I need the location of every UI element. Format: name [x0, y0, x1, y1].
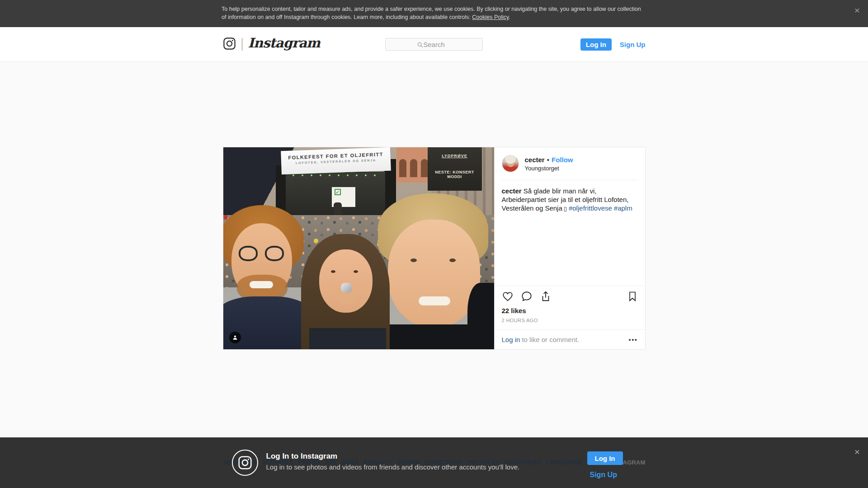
- photo-stage-sign-check: ✓: [335, 189, 341, 195]
- cookie-banner: To help personalize content, tailor and …: [0, 0, 868, 27]
- hashtag-link[interactable]: #aplm: [614, 204, 632, 212]
- post-caption: cecterSå glade blir man når vi, Arbeider…: [495, 180, 645, 219]
- search-input[interactable]: [386, 38, 482, 50]
- post-header: cecter • Follow Youngstorget: [495, 147, 645, 180]
- username-link[interactable]: cecter: [525, 156, 545, 164]
- top-nav: Instagram Log In Sign Up: [0, 27, 868, 62]
- bookmark-icon[interactable]: [627, 291, 638, 304]
- logo-divider: [242, 38, 242, 51]
- comment-prompt-text: to like or comment.: [522, 336, 579, 343]
- photo-man-right-eye: [410, 258, 417, 262]
- comment-icon[interactable]: [521, 291, 533, 304]
- login-banner-title: Log In to Instagram: [266, 452, 338, 461]
- avatar[interactable]: [502, 155, 519, 172]
- photo-man-left-smile: [250, 281, 273, 288]
- photo-man-right-smile: [419, 296, 450, 305]
- login-banner-subtitle: Log in to see photos and videos from fri…: [266, 463, 520, 471]
- photo-man-right-eye: [449, 258, 456, 262]
- instagram-circle-logo-icon: [232, 450, 258, 476]
- signup-link[interactable]: Sign Up: [620, 41, 646, 48]
- login-banner: ABOUT US SUPPORT PRESS API JOBS PRIVACY …: [0, 437, 868, 488]
- photo-woman-foil: [341, 283, 352, 293]
- photo-woman-eye: [354, 270, 358, 273]
- dot-separator: •: [547, 156, 549, 164]
- photo-stage-lights: [289, 174, 382, 177]
- share-icon[interactable]: [540, 291, 552, 304]
- photo-man-right-face: [388, 220, 480, 327]
- photo-man-left-glasses: [239, 246, 258, 261]
- caption-username-link[interactable]: cecter: [502, 187, 522, 195]
- search-field[interactable]: [385, 38, 483, 51]
- photo-arch: [421, 159, 428, 177]
- action-bar: [495, 286, 645, 305]
- photo-man-left-glasses: [265, 246, 284, 261]
- cookie-text-period: .: [509, 14, 510, 20]
- like-icon[interactable]: [502, 291, 514, 304]
- banner-signup-link[interactable]: Sign Up: [590, 471, 617, 479]
- instagram-logo[interactable]: Instagram: [223, 35, 320, 53]
- chalkboard-line2: NESTE: KONSERT MODDI: [428, 170, 482, 179]
- chalkboard-line1: LYDPRØVE: [428, 154, 482, 158]
- post-timestamp: 2 HOURS AGO: [495, 314, 645, 329]
- footer-link-language[interactable]: LANGUAGE: [546, 459, 583, 466]
- photo-arch: [399, 159, 406, 177]
- photo-arch: [410, 159, 417, 177]
- login-to-comment-link[interactable]: Log in: [502, 336, 520, 343]
- cookie-text: To help personalize content, tailor and …: [222, 6, 641, 20]
- photo-arch-building: [396, 147, 432, 183]
- cookie-close-icon[interactable]: ×: [854, 5, 860, 15]
- photo-crowd-hats: [223, 215, 228, 220]
- post-panel: cecter • Follow Youngstorget cecterSå gl…: [494, 147, 645, 349]
- comment-prompt: Log in to like or comment. •••: [495, 329, 645, 349]
- caption-emoji: ▯: [564, 205, 567, 212]
- banner-close-icon[interactable]: ×: [854, 446, 860, 457]
- more-options-icon[interactable]: •••: [629, 336, 638, 343]
- photo-woman-jacket: [309, 328, 386, 349]
- photo-chalkboard: LYDPRØVE NESTE: KONSERT MODDI: [428, 147, 482, 191]
- post-card: LYDPRØVE NESTE: KONSERT MODDI ✓ FOLKEFES…: [223, 147, 646, 350]
- tagged-people-icon[interactable]: [229, 332, 241, 343]
- photo-stage-banner: FOLKEFEST FOR ET OLJEFRITT LOFOTEN, VEST…: [281, 147, 391, 174]
- post-photo[interactable]: LYDPRØVE NESTE: KONSERT MODDI ✓ FOLKEFES…: [223, 147, 494, 349]
- instagram-glyph-icon: [223, 37, 236, 52]
- instagram-wordmark: Instagram: [248, 35, 320, 53]
- hashtag-link[interactable]: #oljefrittlovese: [569, 204, 612, 212]
- login-button[interactable]: Log In: [580, 38, 612, 51]
- likes-count[interactable]: 22 likes: [495, 305, 645, 314]
- banner-login-button[interactable]: Log In: [587, 451, 623, 465]
- cookie-banner-text: To help personalize content, tailor and …: [222, 0, 646, 21]
- cookies-policy-link[interactable]: Cookies Policy: [472, 14, 509, 20]
- photo-woman-eye: [331, 270, 335, 273]
- follow-button[interactable]: Follow: [552, 156, 573, 164]
- location-link[interactable]: Youngstorget: [525, 165, 573, 172]
